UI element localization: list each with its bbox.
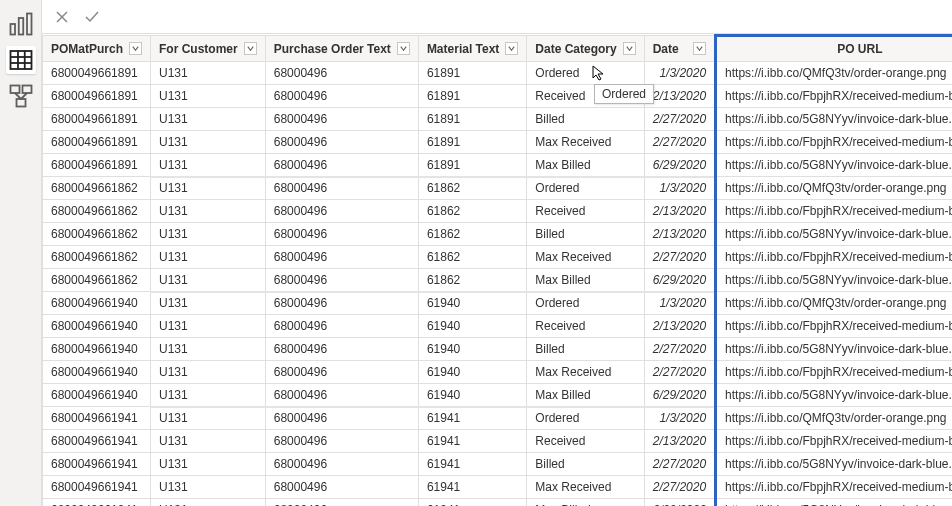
cell-mat[interactable]: 61891 [418, 154, 526, 177]
cell-url[interactable]: https://i.ibb.co/5G8NYyv/invoice-dark-bl… [716, 384, 952, 407]
formula-input[interactable] [108, 5, 952, 29]
chevron-down-icon[interactable] [397, 42, 410, 55]
col-header-date-category[interactable]: Date Category [527, 36, 644, 62]
cell-cust[interactable]: U131 [151, 407, 266, 430]
report-view-button[interactable] [6, 10, 36, 38]
cell-po[interactable]: 6800049661862 [43, 246, 151, 269]
cell-cust[interactable]: U131 [151, 85, 266, 108]
cell-cat[interactable]: Max Billed [527, 384, 644, 407]
cell-url[interactable]: https://i.ibb.co/5G8NYyv/invoice-dark-bl… [716, 223, 952, 246]
col-header-pomatpurch[interactable]: POMatPurch [43, 36, 151, 62]
cell-cust[interactable]: U131 [151, 131, 266, 154]
cell-mat[interactable]: 61940 [418, 292, 526, 315]
cell-pot[interactable]: 68000496 [265, 407, 418, 430]
cell-mat[interactable]: 61862 [418, 223, 526, 246]
chevron-down-icon[interactable] [129, 42, 142, 55]
cell-pot[interactable]: 68000496 [265, 430, 418, 453]
cell-url[interactable]: https://i.ibb.co/FbpjhRX/received-medium… [716, 430, 952, 453]
cell-pot[interactable]: 68000496 [265, 131, 418, 154]
cell-date[interactable]: 2/27/2020 [644, 453, 715, 476]
cell-po[interactable]: 6800049661862 [43, 200, 151, 223]
cell-url[interactable]: https://i.ibb.co/FbpjhRX/received-medium… [716, 200, 952, 223]
cell-cust[interactable]: U131 [151, 384, 266, 407]
cell-cust[interactable]: U131 [151, 499, 266, 507]
cell-date[interactable]: 1/3/2020 [644, 407, 715, 430]
cell-po[interactable]: 6800049661941 [43, 430, 151, 453]
cell-mat[interactable]: 61940 [418, 338, 526, 361]
cell-mat[interactable]: 61862 [418, 177, 526, 200]
cell-mat[interactable]: 61862 [418, 200, 526, 223]
cell-pot[interactable]: 68000496 [265, 200, 418, 223]
cell-url[interactable]: https://i.ibb.co/FbpjhRX/received-medium… [716, 361, 952, 384]
table-row[interactable]: 6800049661891U1316800049661891Received2/… [43, 85, 953, 108]
cell-po[interactable]: 6800049661862 [43, 269, 151, 292]
cell-po[interactable]: 6800049661941 [43, 407, 151, 430]
cell-cat[interactable]: Billed [527, 108, 644, 131]
cell-pot[interactable]: 68000496 [265, 246, 418, 269]
table-row[interactable]: 6800049661940U1316800049661940Received2/… [43, 315, 953, 338]
cell-cat[interactable]: Received [527, 200, 644, 223]
col-header-material-text[interactable]: Material Text [418, 36, 526, 62]
cell-date[interactable]: 2/27/2020 [644, 131, 715, 154]
cell-cat[interactable]: Max Received [527, 246, 644, 269]
table-row[interactable]: 6800049661862U1316800049661862Max Receiv… [43, 246, 953, 269]
cell-po[interactable]: 6800049661862 [43, 223, 151, 246]
table-row[interactable]: 6800049661941U1316800049661941Max Receiv… [43, 476, 953, 499]
cell-cust[interactable]: U131 [151, 223, 266, 246]
cell-date[interactable]: 2/27/2020 [644, 361, 715, 384]
cell-po[interactable]: 6800049661940 [43, 384, 151, 407]
cell-date[interactable]: 1/3/2020 [644, 62, 715, 85]
cell-pot[interactable]: 68000496 [265, 62, 418, 85]
cell-pot[interactable]: 68000496 [265, 499, 418, 507]
cell-url[interactable]: https://i.ibb.co/QMfQ3tv/order-orange.pn… [716, 177, 952, 200]
cell-cust[interactable]: U131 [151, 246, 266, 269]
cell-date[interactable]: 1/3/2020 [644, 177, 715, 200]
cell-mat[interactable]: 61940 [418, 361, 526, 384]
cell-date[interactable]: 1/3/2020 [644, 292, 715, 315]
table-row[interactable]: 6800049661891U1316800049661891Billed2/27… [43, 108, 953, 131]
cell-url[interactable]: https://i.ibb.co/FbpjhRX/received-medium… [716, 315, 952, 338]
col-header-po-url[interactable]: PO URL [716, 36, 952, 62]
col-header-for-customer[interactable]: For Customer [151, 36, 266, 62]
cell-cat[interactable]: Max Received [527, 131, 644, 154]
cell-po[interactable]: 6800049661940 [43, 292, 151, 315]
cell-cust[interactable]: U131 [151, 62, 266, 85]
cell-pot[interactable]: 68000496 [265, 361, 418, 384]
chevron-down-icon[interactable] [693, 42, 706, 55]
cell-mat[interactable]: 61941 [418, 407, 526, 430]
cell-pot[interactable]: 68000496 [265, 108, 418, 131]
cell-pot[interactable]: 68000496 [265, 292, 418, 315]
cell-cust[interactable]: U131 [151, 430, 266, 453]
chevron-down-icon[interactable] [244, 42, 257, 55]
cell-url[interactable]: https://i.ibb.co/FbpjhRX/received-medium… [716, 131, 952, 154]
cell-cat[interactable]: Max Received [527, 361, 644, 384]
cell-po[interactable]: 6800049661940 [43, 315, 151, 338]
cell-url[interactable]: https://i.ibb.co/5G8NYyv/invoice-dark-bl… [716, 499, 952, 507]
cell-cust[interactable]: U131 [151, 361, 266, 384]
cell-mat[interactable]: 61941 [418, 453, 526, 476]
col-header-purchase-order-text[interactable]: Purchase Order Text [265, 36, 418, 62]
cell-po[interactable]: 6800049661891 [43, 108, 151, 131]
model-view-button[interactable] [6, 82, 36, 110]
table-row[interactable]: 6800049661891U1316800049661891Max Receiv… [43, 131, 953, 154]
cell-mat[interactable]: 61891 [418, 62, 526, 85]
table-row[interactable]: 6800049661941U1316800049661941Received2/… [43, 430, 953, 453]
cell-pot[interactable]: 68000496 [265, 269, 418, 292]
cell-pot[interactable]: 68000496 [265, 476, 418, 499]
cell-mat[interactable]: 61862 [418, 246, 526, 269]
cell-cat[interactable]: Max Billed [527, 269, 644, 292]
cell-mat[interactable]: 61941 [418, 499, 526, 507]
cell-po[interactable]: 6800049661940 [43, 361, 151, 384]
cell-mat[interactable]: 61940 [418, 315, 526, 338]
cell-po[interactable]: 6800049661891 [43, 154, 151, 177]
table-row[interactable]: 6800049661891U1316800049661891Ordered1/3… [43, 62, 953, 85]
cell-url[interactable]: https://i.ibb.co/FbpjhRX/received-medium… [716, 85, 952, 108]
chevron-down-icon[interactable] [623, 42, 636, 55]
cell-url[interactable]: https://i.ibb.co/QMfQ3tv/order-orange.pn… [716, 407, 952, 430]
cell-cust[interactable]: U131 [151, 292, 266, 315]
cell-mat[interactable]: 61891 [418, 131, 526, 154]
cell-date[interactable]: 6/29/2020 [644, 154, 715, 177]
cell-cat[interactable]: Max Billed [527, 499, 644, 507]
table-row[interactable]: 6800049661940U1316800049661940Max Receiv… [43, 361, 953, 384]
cell-date[interactable]: 2/27/2020 [644, 476, 715, 499]
